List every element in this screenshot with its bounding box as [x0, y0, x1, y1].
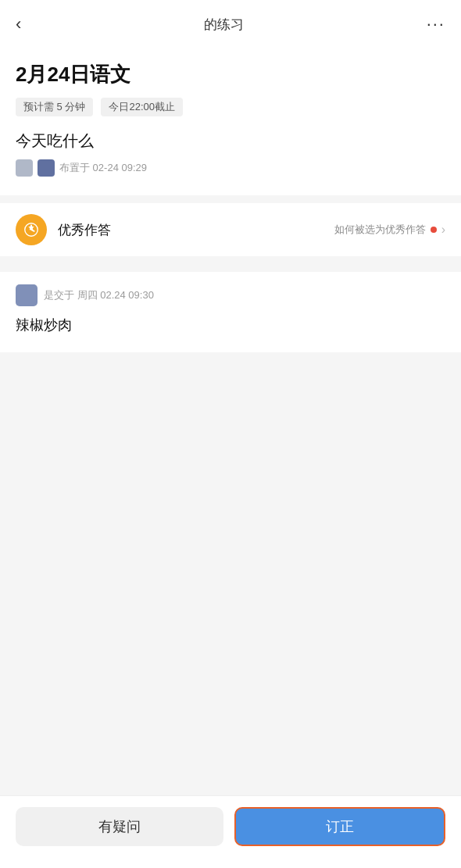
divider2: [0, 256, 461, 264]
outstanding-icon-wrapper: [16, 214, 47, 245]
outstanding-right[interactable]: 如何被选为优秀作答 ›: [334, 223, 445, 237]
submit-button[interactable]: 订正: [234, 807, 445, 846]
tags-row: 预计需 5 分钟 今日22:00截止: [16, 98, 445, 116]
page-title: 的练习: [204, 16, 244, 34]
answer-section: 是交于 周四 02.24 09:30 辣椒炒肉: [0, 272, 461, 352]
question-title: 今天吃什么: [16, 130, 445, 152]
answer-meta-row: 是交于 周四 02.24 09:30: [16, 284, 445, 306]
more-button[interactable]: ···: [427, 14, 445, 34]
avatar-placeholder1: [16, 159, 33, 177]
answer-meta-text: 是交于 周四 02.24 09:30: [44, 288, 154, 302]
publisher-row: 布置于 02-24 09:29: [16, 159, 445, 177]
answer-content: 辣椒炒肉: [16, 314, 445, 337]
outstanding-hint: 如何被选为优秀作答: [334, 223, 426, 237]
outstanding-section[interactable]: 优秀作答 如何被选为优秀作答 ›: [0, 203, 461, 256]
answer-avatar: [16, 284, 38, 306]
chevron-right-icon: ›: [441, 223, 445, 237]
outstanding-label: 优秀作答: [58, 221, 111, 239]
question-button[interactable]: 有疑问: [16, 807, 223, 846]
time-estimate-tag: 预计需 5 分钟: [16, 98, 93, 116]
bottom-bar: 有疑问 订正: [0, 795, 461, 868]
avatar-placeholder2: [38, 159, 55, 177]
publisher-info: 布置于 02-24 09:29: [59, 161, 147, 175]
header: ‹ 的练习 ···: [0, 0, 461, 45]
assignment-section: 2月24日语文 预计需 5 分钟 今日22:00截止 今天吃什么 布置于 02-…: [0, 45, 461, 195]
divider1: [0, 195, 461, 203]
star-clock-icon: [23, 221, 40, 238]
deadline-tag: 今日22:00截止: [101, 98, 183, 116]
back-button[interactable]: ‹: [16, 14, 21, 34]
assignment-title: 2月24日语文: [16, 61, 445, 88]
outstanding-dot: [431, 227, 437, 233]
